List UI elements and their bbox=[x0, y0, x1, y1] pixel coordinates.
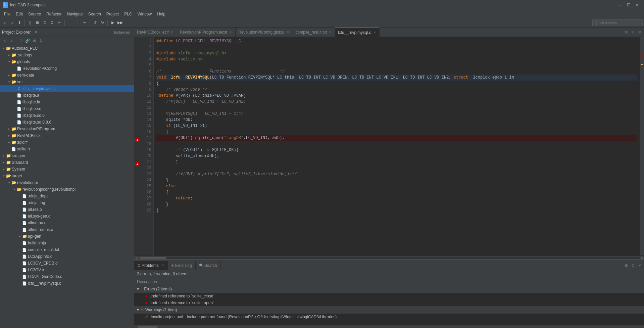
tabs-action-btn-2[interactable]: ✕ bbox=[637, 29, 643, 35]
toolbar-btn-1[interactable]: ◁ bbox=[1, 19, 8, 26]
tree-item-all-res-o[interactable]: 📄all.res.o bbox=[0, 206, 134, 213]
tab-revolutionpiprogram[interactable]: RevolutionPiProgram.iecst✕ bbox=[177, 28, 236, 37]
tree-item-build-ninja[interactable]: 📄build.ninja bbox=[0, 240, 134, 246]
tree-item-all-sys-gen-o[interactable]: 📄all.sys-gen.o bbox=[0, 213, 134, 220]
tree-arrow-settings[interactable]: ▸ bbox=[7, 53, 11, 57]
tree-item-libsqlite-a[interactable]: 📄libsqlite.a bbox=[0, 92, 134, 99]
tree-arrow-revolutionpi[interactable]: ▾ bbox=[7, 180, 11, 185]
tree-item-revpicblock[interactable]: ▸📁RevPiCBlock bbox=[0, 132, 134, 139]
tab-revpicblock[interactable]: RevPiCBlock.iecif✕ bbox=[134, 28, 177, 37]
tree-item-settings[interactable]: ▸📁.settings bbox=[0, 52, 134, 58]
tree-item-lcfu-revpimysql-o[interactable]: 📄lcfu__revpimysql.o bbox=[0, 280, 134, 287]
problem-item-errors-0[interactable]: ●undefined reference to `sqlite_close` bbox=[134, 293, 644, 299]
bottom-tab-action-btn-0[interactable]: ⊞ bbox=[623, 263, 629, 269]
bottom-tab-close-problems[interactable]: ✕ bbox=[161, 264, 164, 267]
bottom-hscroll[interactable] bbox=[134, 325, 644, 328]
tree-item-libsqlite-so086[interactable]: 📄libsqlite.so.0.8.6 bbox=[0, 119, 134, 126]
bottom-tab-action-btn-2[interactable]: ✕ bbox=[637, 263, 643, 269]
tree-item-ninja-deps[interactable]: 📄.ninja_deps bbox=[0, 193, 134, 199]
toolbar-btn-9[interactable]: ← bbox=[66, 19, 73, 26]
tree-arrow-autoload[interactable]: ▾ bbox=[1, 46, 6, 51]
menu-item-project[interactable]: Project bbox=[104, 10, 121, 18]
tab-compile-result[interactable]: compile_result.txt✕ bbox=[293, 28, 335, 37]
toolbar-btn-8[interactable]: ✂ bbox=[56, 19, 63, 26]
tabs-action-btn-0[interactable]: ⊟ bbox=[623, 29, 629, 35]
tree-item-allmd-res-ns-o[interactable]: 📄allmd.res-ns.o bbox=[0, 226, 134, 233]
tree-item-allmd-pu-o[interactable]: 📄allmd.pu.o bbox=[0, 220, 134, 226]
nav-refresh[interactable]: ↻ bbox=[38, 38, 44, 44]
bottom-tab-search[interactable]: 🔍Search bbox=[196, 261, 221, 270]
tree-item-oem-data[interactable]: ▸📁oem-data bbox=[0, 72, 134, 79]
menu-item-source[interactable]: Source bbox=[26, 10, 44, 18]
editor-hscroll[interactable]: ◁ ▷ bbox=[134, 255, 644, 260]
tree-arrow-revolutionpiconfig-rev[interactable]: ▾ bbox=[12, 187, 17, 192]
problem-item-warnings-0[interactable]: ⚠Invalid project path: Include path not … bbox=[134, 314, 644, 320]
tree-arrow-system[interactable]: ▸ bbox=[1, 167, 6, 172]
toolbar-btn-11[interactable]: ↩ bbox=[81, 19, 88, 26]
tree-item-lc3appinfo-o[interactable]: 📄LC3AppInfo.o bbox=[0, 253, 134, 260]
tab-close-revolutionpiconfig-global[interactable]: ✕ bbox=[286, 30, 290, 34]
tree-item-libsqlite-so[interactable]: 📄libsqlite.so bbox=[0, 105, 134, 112]
quick-access-input[interactable] bbox=[592, 19, 643, 26]
toolbar-btn-3[interactable]: ⬇ bbox=[16, 19, 23, 26]
tree-item-api-gen[interactable]: ▸📁api-gen bbox=[0, 233, 134, 240]
tree-item-lcapi-gencode-o[interactable]: 📄LCAPI_GenCode.o bbox=[0, 273, 134, 280]
tree-arrow-sqldiff[interactable]: ▸ bbox=[7, 140, 11, 145]
menu-item-plc[interactable]: PLC bbox=[121, 10, 135, 18]
bottom-hscroll-thumb[interactable] bbox=[138, 326, 158, 328]
toolbar-btn-5[interactable]: ⊞ bbox=[34, 19, 41, 26]
menu-item-search[interactable]: Search bbox=[86, 10, 104, 18]
maximize-button[interactable]: ☐ bbox=[625, 2, 633, 8]
tree-arrow-api-gen[interactable]: ▸ bbox=[17, 234, 22, 239]
tree-item-revolutionpi[interactable]: ▾📂revolutionpi bbox=[0, 179, 134, 186]
tree-item-standard[interactable]: ▸📁Standard bbox=[0, 159, 134, 166]
tabs-action-btn-1[interactable]: ⊞ bbox=[630, 29, 636, 35]
menu-item-navigate[interactable]: Navigate bbox=[64, 10, 85, 18]
tree-item-target[interactable]: ▾📂target bbox=[0, 173, 134, 179]
toolbar-btn-12[interactable]: ↺ bbox=[92, 19, 98, 26]
tree-item-src[interactable]: ▾📂src bbox=[0, 79, 134, 85]
problems-section-warnings[interactable]: ▾⚠Warnings (1 item) bbox=[134, 306, 644, 314]
tree-arrow-target[interactable]: ▾ bbox=[1, 174, 6, 178]
tab-close-lcfu-revpimysql-c[interactable]: ✕ bbox=[373, 30, 377, 35]
tab-revolutionpiconfig-global[interactable]: RevolutionPiConfig.global✕ bbox=[236, 28, 293, 37]
editor-hscroll-right[interactable]: ▷ bbox=[641, 256, 644, 260]
tree-item-compile-result[interactable]: 📄compile_result.txt bbox=[0, 246, 134, 253]
tree-item-sqlite-h[interactable]: 📄sqlite.h bbox=[0, 146, 134, 152]
editor-hscroll-track[interactable] bbox=[140, 257, 640, 259]
tree-arrow-src-gen[interactable]: ▸ bbox=[1, 153, 6, 158]
menu-item-window[interactable]: Window bbox=[135, 10, 155, 18]
toolbar-btn-7[interactable]: ⚙ bbox=[49, 19, 55, 26]
toolbar-btn-6[interactable]: ⊡ bbox=[41, 19, 48, 26]
tree-item-lc3gv-o[interactable]: 📄LC3GV.o bbox=[0, 267, 134, 273]
menu-item-file[interactable]: File bbox=[1, 10, 13, 18]
nav-back[interactable]: ◁ bbox=[1, 38, 7, 44]
tree-item-sqldiff[interactable]: ▸📁sqldiff bbox=[0, 139, 134, 146]
tree-item-revolutionpiconfig-rev[interactable]: ▾📂revolutionpiconfig.revolutionpi bbox=[0, 186, 134, 193]
menu-item-refactor[interactable]: Refactor bbox=[44, 10, 64, 18]
code-content[interactable]: #define LC_PROT_LCFU__REVPIMYSQL__C#incl… bbox=[154, 37, 640, 255]
nav-collapse[interactable]: ⊟ bbox=[18, 38, 24, 44]
tree-item-libsqlite-la[interactable]: 📄libsqlite.la bbox=[0, 99, 134, 105]
tree-item-lcfu-revpimysql[interactable]: Clcfu__revpimysql.c bbox=[0, 85, 134, 92]
toolbar-btn-2[interactable]: ▷ bbox=[9, 19, 15, 26]
toolbar-btn-13[interactable]: ↻ bbox=[99, 19, 106, 26]
tree-arrow-globals[interactable]: ▾ bbox=[7, 59, 11, 64]
toolbar-btn-4[interactable]: ⎘ bbox=[27, 19, 33, 26]
toolbar-btn-10[interactable]: → bbox=[74, 19, 81, 26]
tab-lcfu-revpimysql-c[interactable]: lcfu__revpimysql.c✕ bbox=[335, 28, 380, 37]
editor-hscroll-thumb[interactable] bbox=[140, 257, 166, 259]
tree-item-revolutionpiprogram[interactable]: ▸📁RevolutionPiProgram bbox=[0, 126, 134, 132]
problem-item-errors-1[interactable]: ●undefined reference to `sqlite_open` bbox=[134, 299, 644, 306]
tree-arrow-revolutionpiprogram[interactable]: ▸ bbox=[7, 127, 11, 131]
tab-close-compile-result[interactable]: ✕ bbox=[328, 30, 332, 34]
tree-item-ninja-log[interactable]: 📄.ninja_log bbox=[0, 199, 134, 206]
tab-close-revpicblock[interactable]: ✕ bbox=[170, 30, 174, 34]
tree-arrow-revpicblock[interactable]: ▸ bbox=[7, 133, 11, 138]
menu-item-help[interactable]: Help bbox=[154, 10, 168, 18]
tree-item-revolutionpiconfig[interactable]: 📄RevolutionPiConfig bbox=[0, 65, 134, 72]
toolbar-btn-15[interactable]: ▶▶ bbox=[117, 19, 123, 26]
instances-tab[interactable]: Instances bbox=[112, 30, 132, 35]
bottom-tab-error-log[interactable]: ⊗Error Log bbox=[168, 261, 196, 270]
tab-close-revolutionpiprogram[interactable]: ✕ bbox=[229, 30, 233, 34]
